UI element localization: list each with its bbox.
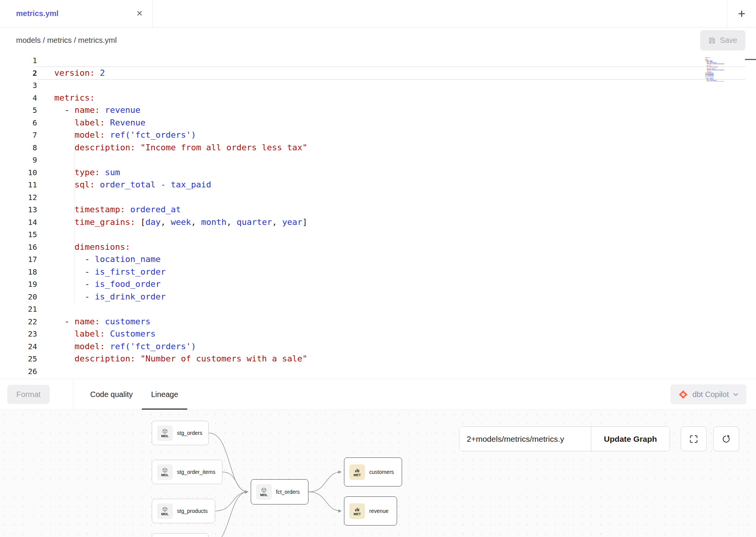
lineage-selector-group: Update Graph <box>459 426 670 451</box>
line-number: 1 <box>0 54 37 67</box>
line-number: 12 <box>0 191 37 204</box>
line-number: 9 <box>0 154 37 166</box>
node-label: stg_products <box>177 508 208 514</box>
line-number: 26 <box>0 365 37 378</box>
breadcrumb-bar: models / metrics / metrics.yml Save <box>0 28 756 53</box>
line-number: 21 <box>0 303 37 316</box>
model-icon: MDL <box>256 484 272 500</box>
line-number: 5 <box>0 104 37 117</box>
code-line[interactable]: 7 model: ref('fct_orders') <box>0 129 756 142</box>
lineage-canvas[interactable]: MDLstg_ordersMDLstg_order_itemsMDLstg_pr… <box>0 410 756 537</box>
code-line[interactable]: 8 description: "Income from all orders l… <box>0 142 756 154</box>
node-label: revenue <box>369 508 389 514</box>
toolbar-divider <box>73 379 73 410</box>
model-icon: MDL <box>157 464 173 480</box>
bottom-toolbar: Format Code quality Lineage dbt Copilot <box>0 379 756 410</box>
code-line[interactable]: 9 <box>0 154 756 166</box>
tab-code-quality[interactable]: Code quality <box>81 379 142 410</box>
line-number: 3 <box>0 79 37 92</box>
save-icon <box>708 37 716 44</box>
node-label: customers <box>369 469 394 475</box>
tab-lineage[interactable]: Lineage <box>142 379 187 410</box>
lineage-node-stg_order_items[interactable]: MDLstg_order_items <box>152 460 222 484</box>
update-graph-button[interactable]: Update Graph <box>591 427 670 451</box>
close-icon[interactable]: × <box>136 8 143 19</box>
code-line[interactable]: 4metrics: <box>0 92 756 104</box>
fullscreen-button[interactable] <box>681 426 707 451</box>
code-line[interactable]: 10 type: sum <box>0 166 756 179</box>
minimap[interactable] <box>705 56 724 83</box>
node-label: stg_order_items <box>177 469 215 475</box>
code-lines: 12version: 234metrics:5 - name: revenue6… <box>0 54 756 378</box>
line-number: 24 <box>0 340 37 353</box>
chevron-down-icon <box>733 393 738 396</box>
line-number: 15 <box>0 228 37 241</box>
lineage-node-stg_orders[interactable]: MDLstg_orders <box>152 421 209 445</box>
code-line[interactable]: 25 description: "Number of customers wit… <box>0 353 756 365</box>
tab-bar-spacer <box>153 0 727 27</box>
line-number: 13 <box>0 203 37 216</box>
line-number: 20 <box>0 291 37 303</box>
line-number: 22 <box>0 316 37 328</box>
code-line[interactable]: 24 model: ref('fct_orders') <box>0 340 756 353</box>
line-number: 14 <box>0 216 37 229</box>
save-button-label: Save <box>720 36 737 45</box>
refresh-icon <box>721 434 731 444</box>
lineage-node-customers[interactable]: METcustomers <box>344 457 402 487</box>
code-line[interactable]: 23 label: Customers <box>0 328 756 340</box>
copilot-label: dbt Copilot <box>692 390 729 399</box>
tab-metrics-yml[interactable]: metrics.yml × <box>0 0 153 27</box>
node-label: stg_orders <box>177 430 202 436</box>
lineage-node-clipped_node[interactable] <box>152 533 209 537</box>
tab-title: metrics.yml <box>16 9 58 18</box>
code-line[interactable]: 12 <box>0 191 756 204</box>
code-line[interactable]: 21 <box>0 303 756 316</box>
dbt-logo-icon <box>678 390 688 399</box>
dbt-copilot-button[interactable]: dbt Copilot <box>670 384 746 404</box>
lineage-node-fct_orders[interactable]: MDLfct_orders <box>251 479 308 504</box>
code-editor[interactable]: 12version: 234metrics:5 - name: revenue6… <box>0 53 756 379</box>
code-line[interactable]: 1 <box>0 54 756 67</box>
refresh-button[interactable] <box>713 426 739 451</box>
code-line[interactable]: 22 - name: customers <box>0 316 756 328</box>
line-number: 16 <box>0 241 37 254</box>
node-label: fct_orders <box>276 489 300 495</box>
lineage-node-revenue[interactable]: METrevenue <box>344 496 397 526</box>
format-button[interactable]: Format <box>7 385 50 404</box>
model-icon: MDL <box>157 503 173 519</box>
save-button[interactable]: Save <box>700 30 745 50</box>
lineage-node-stg_products[interactable]: MDLstg_products <box>152 499 215 523</box>
line-number: 6 <box>0 117 37 129</box>
code-line[interactable]: 11 sql: order_total - tax_paid <box>0 179 756 191</box>
fullscreen-icon <box>689 434 699 444</box>
line-number: 11 <box>0 179 37 191</box>
code-line[interactable]: 2version: 2 <box>0 67 756 80</box>
code-line[interactable]: 20 - is_drink_order <box>0 291 756 303</box>
code-line[interactable]: 13 timestamp: ordered_at <box>0 203 756 216</box>
tab-bar: metrics.yml × + <box>0 0 756 28</box>
metric-icon: MET <box>349 503 365 519</box>
code-line[interactable]: 15 <box>0 228 756 241</box>
scrollbar-thumb[interactable] <box>745 59 756 60</box>
line-number: 4 <box>0 92 37 104</box>
line-number: 7 <box>0 129 37 142</box>
model-icon: MDL <box>157 425 173 441</box>
code-line[interactable]: 14 time_grains: [day, week, month, quart… <box>0 216 756 229</box>
code-line[interactable]: 16 dimensions: <box>0 241 756 254</box>
line-number: 8 <box>0 142 37 154</box>
code-line[interactable]: 26 <box>0 365 756 378</box>
code-line[interactable]: 5 - name: revenue <box>0 104 756 117</box>
code-line[interactable]: 17 - location_name <box>0 253 756 266</box>
lineage-selector-input[interactable] <box>459 427 591 451</box>
code-line[interactable]: 6 label: Revenue <box>0 117 756 129</box>
code-line[interactable]: 19 - is_food_order <box>0 278 756 291</box>
plus-icon: + <box>738 6 746 21</box>
line-number: 17 <box>0 253 37 266</box>
new-tab-button[interactable]: + <box>727 0 756 27</box>
line-number: 23 <box>0 328 37 340</box>
line-number: 2 <box>0 67 37 80</box>
metric-icon: MET <box>349 464 365 480</box>
line-number: 18 <box>0 266 37 278</box>
code-line[interactable]: 3 <box>0 79 756 92</box>
code-line[interactable]: 18 - is_first_order <box>0 266 756 278</box>
